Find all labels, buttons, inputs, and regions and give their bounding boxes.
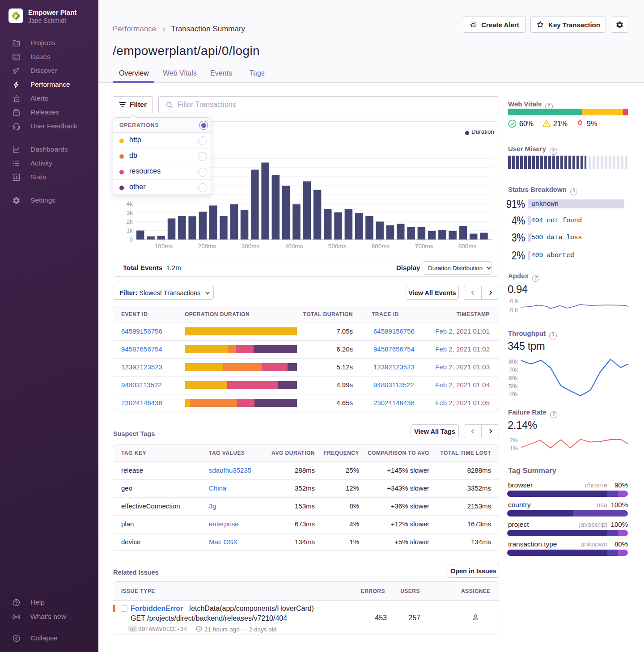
svg-text:2k: 2k: [127, 218, 133, 225]
svg-text:4k: 4k: [127, 200, 133, 207]
svg-text:3k: 3k: [127, 209, 133, 216]
svg-text:700ms: 700ms: [415, 243, 433, 250]
svg-text:500ms: 500ms: [328, 243, 347, 250]
svg-text:300ms: 300ms: [242, 243, 260, 250]
svg-text:200ms: 200ms: [198, 243, 216, 250]
svg-text:400ms: 400ms: [285, 243, 303, 250]
svg-text:600ms: 600ms: [372, 243, 390, 250]
svg-text:800ms: 800ms: [458, 243, 477, 250]
svg-text:1k: 1k: [127, 227, 133, 234]
svg-text:100ms: 100ms: [155, 243, 173, 250]
svg-text:0: 0: [129, 236, 133, 243]
